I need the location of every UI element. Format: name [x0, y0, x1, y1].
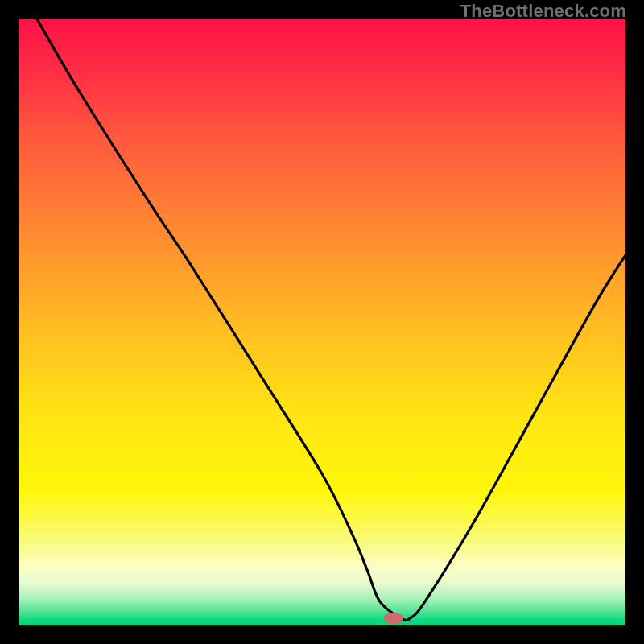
- optimal-marker: [384, 613, 403, 624]
- gradient-background: [19, 19, 625, 625]
- plot-area: [19, 19, 625, 625]
- chart-svg: [19, 19, 625, 625]
- chart-frame: TheBottleneck.com: [0, 0, 644, 644]
